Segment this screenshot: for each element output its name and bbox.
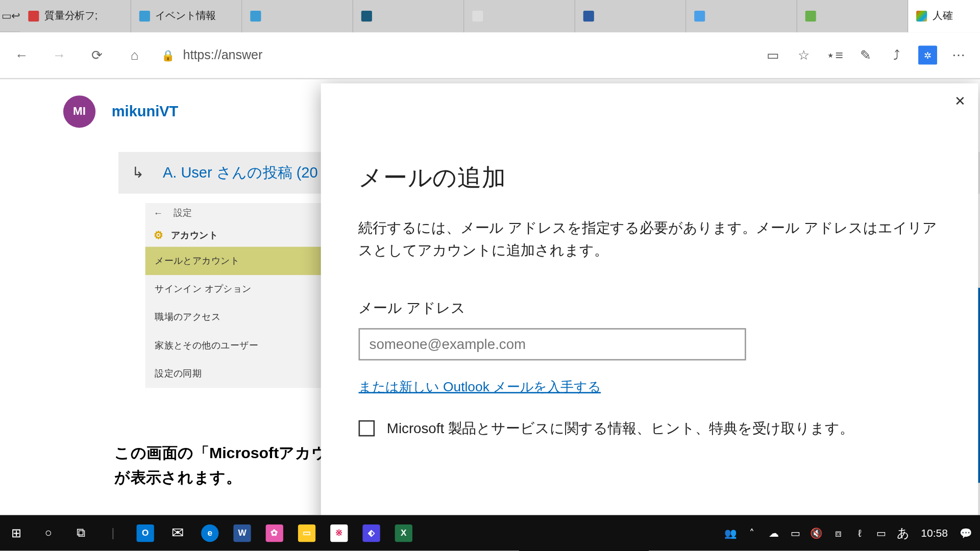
ime-indicator[interactable]: あ bbox=[893, 525, 913, 541]
battery-icon[interactable]: ▭ bbox=[785, 515, 805, 551]
avatar: MI bbox=[63, 95, 95, 128]
dialog-title: メールの追加 bbox=[358, 161, 940, 194]
task-view-icon[interactable]: ⧉ bbox=[65, 515, 97, 551]
settings-item-signin: サインイン オプション bbox=[145, 275, 347, 303]
get-outlook-link[interactable]: または新しい Outlook メールを入手する bbox=[358, 378, 601, 396]
add-email-dialog: ✕ メールの追加 続行するには、メール アドレスを指定する必要があります。メール… bbox=[321, 83, 978, 515]
more-icon[interactable]: ⋯ bbox=[949, 46, 968, 65]
tab-2[interactable] bbox=[242, 0, 353, 32]
tab-7[interactable] bbox=[797, 0, 908, 32]
page-content: MI mikuniVT ↳ A. User さんの投稿 (20 ←設定 ⚙アカウ… bbox=[0, 80, 980, 515]
settings-item-sync: 設定の同期 bbox=[145, 360, 347, 388]
tab-5[interactable] bbox=[575, 0, 686, 32]
back-button[interactable]: ← bbox=[6, 39, 38, 71]
lock-icon: 🔒 bbox=[161, 49, 175, 62]
explorer-icon[interactable]: ▭ bbox=[290, 515, 323, 551]
browser-toolbar: ← → ⟳ ⌂ 🔒 https://answer ▭ ☆ ⋆≡ ✎ ⤴ ✲ ⋯ bbox=[0, 32, 980, 78]
windows-taskbar: ⊞ ○ ⧉ | O ✉ e W ✿ ▭ ※ ⬖ X 👥 ˄ ☁ ▭ 🔇 ⧈ ℓ … bbox=[0, 515, 980, 551]
people-icon[interactable]: 👥 bbox=[721, 515, 741, 551]
favorites-list-icon[interactable]: ⋆≡ bbox=[825, 46, 844, 65]
tab-6[interactable] bbox=[686, 0, 797, 32]
settings-item-work: 職場のアクセス bbox=[145, 303, 347, 331]
url-text: https://answer bbox=[183, 48, 262, 63]
reply-arrow-icon: ↳ bbox=[132, 164, 144, 182]
taskbar-separator: | bbox=[97, 515, 129, 551]
promo-checkbox-label: Microsoft 製品とサービスに関する情報、ヒント、特典を受け取ります。 bbox=[387, 419, 854, 438]
tab-4[interactable] bbox=[464, 0, 575, 32]
slack-icon[interactable]: ※ bbox=[323, 515, 355, 551]
extension-icon[interactable]: ✲ bbox=[918, 46, 937, 65]
settings-item-mail: メールとアカウント bbox=[145, 247, 347, 275]
forward-button[interactable]: → bbox=[43, 39, 75, 71]
volume-icon[interactable]: 🔇 bbox=[806, 515, 827, 551]
username-link[interactable]: mikuniVT bbox=[112, 103, 179, 120]
tab-active[interactable]: 人確✕ bbox=[908, 0, 980, 32]
browser-tabstrip: ▭ ↩ 質量分析フ; イベント情報 人確✕ ＋ ⌄ — ▢ ✕ bbox=[0, 0, 980, 32]
favorite-icon[interactable]: ☆ bbox=[795, 46, 814, 65]
settings-screenshot: ←設定 ⚙アカウント メールとアカウント サインイン オプション 職場のアクセス… bbox=[145, 203, 347, 388]
dialog-close-button[interactable]: ✕ bbox=[954, 93, 966, 109]
app-icon-1[interactable]: ✿ bbox=[258, 515, 290, 551]
app-icon-2[interactable]: ⬖ bbox=[355, 515, 387, 551]
tab-0[interactable]: 質量分析フ; bbox=[20, 0, 131, 32]
email-field-label: メール アドレス bbox=[358, 298, 940, 317]
tray-expand-icon[interactable]: ˄ bbox=[742, 515, 763, 551]
mail-icon[interactable]: ✉ bbox=[161, 515, 193, 551]
excel-icon[interactable]: X bbox=[387, 515, 420, 551]
tab-3[interactable] bbox=[353, 0, 464, 32]
link-icon[interactable]: ℓ bbox=[850, 515, 870, 551]
outlook-icon[interactable]: O bbox=[129, 515, 161, 551]
back-icon: ← bbox=[154, 208, 163, 218]
notes-icon[interactable]: ✎ bbox=[856, 46, 875, 65]
ime-pad-icon[interactable]: ▭ bbox=[871, 515, 892, 551]
refresh-button[interactable]: ⟳ bbox=[81, 39, 113, 71]
reply-link[interactable]: A. User さんの投稿 (20 bbox=[163, 163, 318, 183]
email-field[interactable] bbox=[358, 328, 746, 360]
action-center-icon[interactable]: 💬 bbox=[956, 515, 976, 551]
clock[interactable]: 10:58 bbox=[914, 527, 954, 539]
gear-icon: ⚙ bbox=[154, 229, 163, 241]
edge-icon[interactable]: e bbox=[194, 515, 226, 551]
onedrive-icon[interactable]: ☁ bbox=[764, 515, 784, 551]
system-icon: ▭ bbox=[2, 0, 12, 32]
start-button[interactable]: ⊞ bbox=[0, 515, 32, 551]
dropbox-icon[interactable]: ⧈ bbox=[828, 515, 848, 551]
promo-checkbox[interactable] bbox=[358, 420, 375, 437]
word-icon[interactable]: W bbox=[226, 515, 258, 551]
dialog-description: 続行するには、メール アドレスを指定する必要があります。メール アドレスはエイリ… bbox=[358, 217, 940, 261]
settings-item-family: 家族とその他のユーザー bbox=[145, 332, 347, 360]
tab-1[interactable]: イベント情報 bbox=[131, 0, 242, 32]
recent-icon[interactable]: ↩ bbox=[11, 0, 20, 32]
address-bar[interactable]: 🔒 https://answer bbox=[156, 42, 758, 69]
reading-view-icon[interactable]: ▭ bbox=[764, 46, 782, 65]
share-icon[interactable]: ⤴ bbox=[887, 46, 906, 65]
home-button[interactable]: ⌂ bbox=[118, 39, 151, 71]
cortana-icon[interactable]: ○ bbox=[32, 515, 64, 551]
